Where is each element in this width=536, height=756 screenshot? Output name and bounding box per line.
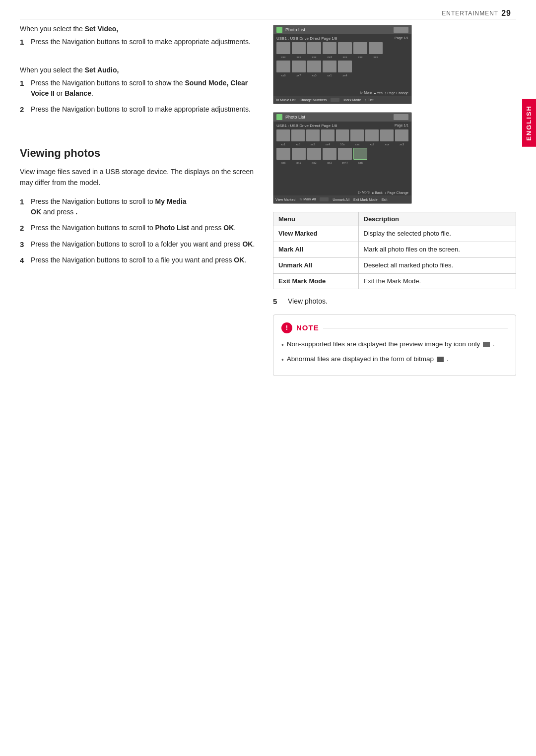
page-header: ENTERTAINMENT 29 (442, 9, 511, 18)
bitmap-icon (437, 357, 444, 362)
screenshot-2-bottombar: View Marked ☆ Mark All Unmark All Exit M… (273, 195, 411, 203)
set-video-section: When you select the Set Video, 1 Press t… (20, 25, 258, 48)
ss-thumb (380, 129, 394, 141)
viewing-photos-intro: View image files saved in a USB storage … (20, 167, 258, 188)
screenshot-1-labels-1: xxx xxx xxx xx4 xxx xxx xxx (276, 56, 408, 59)
ss-thumb (338, 61, 352, 72)
ss-thumb (395, 129, 408, 141)
right-column: Photo List Page 1/1 USB1 : USB Drive Dir… (273, 25, 516, 376)
screenshot-1-row-2 (276, 61, 408, 72)
ss-thumb (276, 42, 290, 54)
table-header-description: Description (358, 212, 516, 226)
ss-thumb (292, 148, 306, 160)
ss-btn-exit-1: ↕ Exit (365, 98, 373, 102)
table-desc-exit-mark-mode: Exit the Mark Mode. (358, 273, 516, 289)
screenshot-2-folder-icon (394, 114, 408, 120)
ss-thumb (338, 42, 352, 54)
screenshot-2: Photo List Page 1/1 USB1 : USB Drive Dir… (273, 112, 412, 204)
ss-btn-exit-2: Exit (382, 198, 388, 201)
ss-btn-change-numbers: Change Numbers (299, 98, 327, 102)
ss-thumb (306, 129, 320, 141)
set-audio-step-2: 2 Press the Navigation buttons to scroll… (20, 104, 258, 116)
note-bullet-2: • Abnormal files are displayed in the fo… (281, 354, 508, 366)
screenshot-1-title: Photo List (285, 27, 305, 32)
note-divider (323, 328, 508, 328)
table-row: View Marked Display the selected photo f… (273, 226, 516, 242)
set-video-step-1: 1 Press the Navigation buttons to scroll… (20, 37, 258, 48)
ss-thumb (323, 61, 336, 72)
note-box: ! NOTE • Non-supported files are display… (273, 315, 516, 376)
screenshot-1-page: Page 1/1 (395, 36, 408, 40)
table-menu-view-marked: View Marked (273, 226, 359, 242)
set-audio-step-1: 1 Press the Navigation buttons to scroll… (20, 78, 258, 99)
set-video-header: When you select the Set Video, (20, 25, 258, 33)
table-menu-mark-all: Mark All (273, 242, 359, 257)
table-desc-unmark-all: Deselect all marked photo files. (358, 257, 516, 273)
ss-thumb (365, 129, 379, 141)
ss-thumb (307, 42, 321, 54)
viewing-step-1: 1 Press the Navigation buttons to scroll… (20, 196, 258, 218)
ss-thumb (323, 42, 336, 54)
viewing-step-4: 4 Press the Navigation buttons to scroll… (20, 255, 258, 266)
menu-description-table: Menu Description View Marked Display the… (273, 212, 516, 289)
ss-thumb (276, 61, 290, 72)
ss-thumb (338, 148, 352, 160)
ss-thumb (292, 61, 306, 72)
screenshot-1-breadcrumb: USB1 : USB Drive Direct Page 1/8 (276, 36, 408, 41)
table-menu-unmark-all: Unmark All (273, 257, 359, 273)
ss-thumb (292, 42, 306, 54)
screenshot-1-titlebar: Photo List (273, 25, 411, 34)
ss-btn-music-list: To Music List (275, 98, 295, 102)
view-photos-text: View photos. (288, 297, 328, 306)
note-header: ! NOTE (281, 322, 508, 334)
photo-list-icon-2 (276, 114, 282, 120)
screenshot-2-page: Page 1/1 (395, 124, 408, 127)
note-icon: ! (281, 322, 292, 333)
view-photos-step-5: 5 View photos. (273, 297, 516, 306)
ss-thumb (307, 61, 321, 72)
screenshot-1-labels-2: xx6 xx7 xx0 xx1 xx4 (276, 74, 408, 77)
set-audio-header: When you select the Set Audio, (20, 66, 258, 74)
table-desc-view-marked: Display the selected photo file. (358, 226, 516, 242)
language-tab: ENGLISH (522, 99, 536, 147)
ss-btn-view-marked: View Marked (275, 198, 295, 201)
screenshot-1: Photo List Page 1/1 USB1 : USB Drive Dir… (273, 25, 412, 104)
note-bullet-1: • Non-supported files are displayed the … (281, 339, 508, 351)
ss-btn-exit-mark-mode: Exit Mark Mode (353, 198, 378, 201)
ss-btn-unmark-all: Unmark All (333, 198, 349, 201)
ss-btn-mark-mode: Mark Mode (343, 98, 361, 102)
note-title: NOTE (296, 322, 319, 334)
top-divider (20, 19, 516, 19)
screenshot-1-bottombar: To Music List Change Numbers Mark Mode ↕… (273, 96, 411, 104)
section-label: ENTERTAINMENT (442, 10, 498, 17)
screenshot-1-folder-icon (394, 27, 408, 33)
screenshot-2-row-1 (276, 129, 408, 141)
photo-list-icon-1 (276, 27, 282, 33)
set-audio-section: When you select the Set Audio, 1 Press t… (20, 66, 258, 116)
ss-thumb (369, 42, 383, 54)
ss-thumb (336, 129, 349, 141)
viewing-step-3: 3 Press the Navigation buttons to scroll… (20, 239, 258, 251)
viewing-step-2: 2 Press the Navigation buttons to scroll… (20, 223, 258, 234)
ss-thumb (276, 129, 290, 141)
table-header-menu: Menu (273, 212, 359, 226)
ss-thumb (353, 42, 367, 54)
unsupported-file-icon (483, 342, 490, 347)
screenshot-2-title: Photo List (285, 115, 305, 120)
page-number: 29 (501, 9, 511, 18)
viewing-photos-title: Viewing photos (20, 147, 258, 160)
ss-thumb (323, 148, 336, 160)
left-column: When you select the Set Video, 1 Press t… (20, 25, 258, 271)
screenshot-2-breadcrumb: USB1 : USB Drive Direct Page 1/8 (276, 124, 408, 128)
table-row: Exit Mark Mode Exit the Mark Mode. (273, 273, 516, 289)
ss-btn-mark-all: ☆ Mark All (299, 197, 316, 201)
table-row: Unmark All Deselect all marked photo fil… (273, 257, 516, 273)
ss-thumb (350, 129, 364, 141)
table-desc-mark-all: Mark all photo files on the screen. (358, 242, 516, 257)
ss-thumb (321, 129, 335, 141)
screenshot-2-titlebar: Photo List (273, 113, 411, 122)
screenshot-1-row-1 (276, 42, 408, 54)
ss-thumb-photo (353, 148, 367, 160)
ss-thumb (307, 148, 321, 160)
ss-thumb (291, 129, 305, 141)
